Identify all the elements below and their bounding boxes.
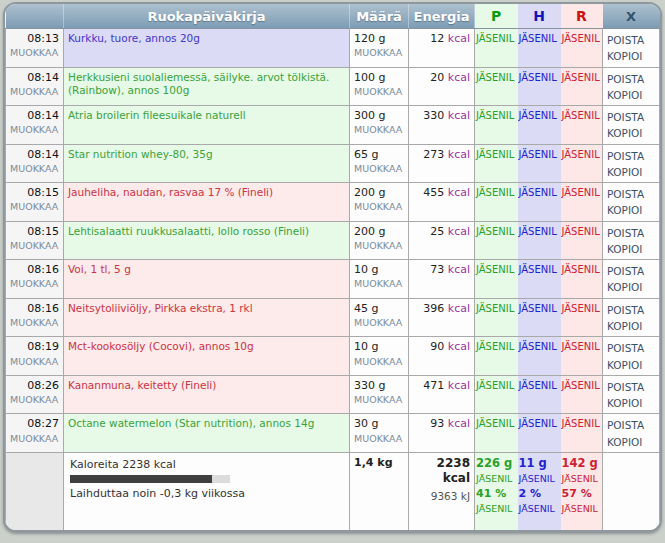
fat-member-link[interactable]: JÄSENIL	[561, 375, 603, 414]
food-name-link[interactable]: Herkkusieni suolaliemessä, säilyke. arvo…	[64, 67, 350, 106]
edit-amount-link[interactable]: MUOKKAA	[354, 356, 404, 368]
edit-amount-link[interactable]: MUOKKAA	[354, 317, 404, 329]
carb-member-link[interactable]: JÄSENIL	[518, 144, 561, 183]
protein-member-link[interactable]: JÄSENIL	[476, 473, 517, 485]
fat-member-link[interactable]: JÄSENIL	[561, 144, 603, 183]
protein-member-link[interactable]: JÄSENIL	[475, 414, 518, 453]
fat-member-link[interactable]: JÄSENIL	[562, 503, 602, 515]
edit-amount-link[interactable]: MUOKKAA	[354, 201, 404, 213]
amount-cell: 10 g MUOKKAA	[350, 260, 409, 299]
protein-member-link[interactable]: JÄSENIL	[475, 375, 518, 414]
food-name-link[interactable]: Octane watermelon (Star nutrition), anno…	[64, 414, 350, 453]
edit-amount-link[interactable]: MUOKKAA	[354, 47, 404, 59]
carb-member-link[interactable]: JÄSENIL	[518, 67, 561, 106]
table-row: 08:26 MUOKKAA Kananmuna, keitetty (Finel…	[6, 375, 660, 414]
fat-member-link[interactable]: JÄSENIL	[561, 67, 603, 106]
food-name-link[interactable]: Neitsytoliiviöljy, Pirkka ekstra, 1 rkl	[64, 298, 350, 337]
food-name-link[interactable]: Star nutrition whey-80, 35g	[64, 144, 350, 183]
fat-member-link[interactable]: JÄSENIL	[561, 183, 603, 222]
delete-entry-link[interactable]: POISTA	[607, 379, 655, 395]
delete-entry-link[interactable]: POISTA	[607, 186, 655, 202]
carb-member-link[interactable]: JÄSENIL	[518, 337, 561, 376]
copy-entry-link[interactable]: KOPIOI	[607, 48, 655, 64]
delete-entry-link[interactable]: POISTA	[607, 263, 655, 279]
protein-member-link[interactable]: JÄSENIL	[475, 29, 518, 68]
carb-member-link[interactable]: JÄSENIL	[518, 414, 561, 453]
delete-entry-link[interactable]: POISTA	[607, 302, 655, 318]
delete-entry-link[interactable]: POISTA	[607, 340, 655, 356]
carb-member-link[interactable]: JÄSENIL	[518, 106, 561, 145]
carb-member-link[interactable]: JÄSENIL	[518, 221, 561, 260]
edit-entry-link[interactable]: MUOKKAA	[10, 47, 59, 59]
energy-cell: 93 kcal	[409, 414, 475, 453]
protein-member-link[interactable]: JÄSENIL	[475, 144, 518, 183]
food-name-link[interactable]: Jauheliha, naudan, rasvaa 17 % (Fineli)	[64, 183, 350, 222]
edit-entry-link[interactable]: MUOKKAA	[10, 124, 59, 136]
delete-entry-link[interactable]: POISTA	[607, 109, 655, 125]
edit-amount-link[interactable]: MUOKKAA	[354, 278, 404, 290]
delete-entry-link[interactable]: POISTA	[607, 71, 655, 87]
protein-member-link[interactable]: JÄSENIL	[475, 67, 518, 106]
copy-entry-link[interactable]: KOPIOI	[607, 357, 655, 373]
edit-entry-link[interactable]: MUOKKAA	[10, 433, 59, 445]
protein-member-link[interactable]: JÄSENIL	[476, 503, 517, 515]
protein-member-link[interactable]: JÄSENIL	[475, 183, 518, 222]
edit-entry-link[interactable]: MUOKKAA	[10, 278, 59, 290]
food-name-link[interactable]: Atria broilerin fileesuikale naturell	[64, 106, 350, 145]
delete-entry-link[interactable]: POISTA	[607, 417, 655, 433]
copy-entry-link[interactable]: KOPIOI	[607, 164, 655, 180]
fat-member-link[interactable]: JÄSENIL	[561, 337, 603, 376]
edit-amount-link[interactable]: MUOKKAA	[354, 163, 404, 175]
delete-entry-link[interactable]: POISTA	[607, 225, 655, 241]
carb-member-link[interactable]: JÄSENIL	[518, 260, 561, 299]
energy-unit: kcal	[448, 302, 470, 315]
fat-member-link[interactable]: JÄSENIL	[561, 260, 603, 299]
edit-entry-link[interactable]: MUOKKAA	[10, 317, 59, 329]
delete-entry-link[interactable]: POISTA	[607, 32, 655, 48]
protein-member-link[interactable]: JÄSENIL	[475, 221, 518, 260]
edit-entry-link[interactable]: MUOKKAA	[10, 356, 59, 368]
fat-member-link[interactable]: JÄSENIL	[561, 106, 603, 145]
copy-entry-link[interactable]: KOPIOI	[607, 395, 655, 411]
copy-entry-link[interactable]: KOPIOI	[607, 279, 655, 295]
edit-entry-link[interactable]: MUOKKAA	[10, 240, 59, 252]
edit-amount-link[interactable]: MUOKKAA	[354, 240, 404, 252]
copy-entry-link[interactable]: KOPIOI	[607, 318, 655, 334]
food-name-link[interactable]: Lehtisalaatti ruukkusalaatti, lollo ross…	[64, 221, 350, 260]
food-name-link[interactable]: Mct-kookosöljy (Cocovi), annos 10g	[64, 337, 350, 376]
carb-member-link[interactable]: JÄSENIL	[518, 375, 561, 414]
copy-entry-link[interactable]: KOPIOI	[607, 87, 655, 103]
edit-amount-link[interactable]: MUOKKAA	[354, 124, 404, 136]
carb-member-link[interactable]: JÄSENIL	[518, 183, 561, 222]
carb-member-link[interactable]: JÄSENIL	[518, 29, 561, 68]
copy-entry-link[interactable]: KOPIOI	[607, 434, 655, 450]
carb-member-link[interactable]: JÄSENIL	[519, 473, 560, 485]
copy-entry-link[interactable]: KOPIOI	[607, 241, 655, 257]
edit-entry-link[interactable]: MUOKKAA	[10, 201, 59, 213]
copy-entry-link[interactable]: KOPIOI	[607, 125, 655, 141]
fat-member-link[interactable]: JÄSENIL	[561, 298, 603, 337]
fat-member-link[interactable]: JÄSENIL	[562, 473, 602, 485]
close-button[interactable]: X	[603, 4, 660, 29]
edit-amount-link[interactable]: MUOKKAA	[354, 394, 404, 406]
protein-member-link[interactable]: JÄSENIL	[475, 106, 518, 145]
edit-amount-link[interactable]: MUOKKAA	[354, 433, 404, 445]
protein-member-link[interactable]: JÄSENIL	[475, 298, 518, 337]
food-name-link[interactable]: Kananmuna, keitetty (Fineli)	[64, 375, 350, 414]
food-name-link[interactable]: Voi, 1 tl, 5 g	[64, 260, 350, 299]
protein-member-link[interactable]: JÄSENIL	[475, 260, 518, 299]
protein-member-link[interactable]: JÄSENIL	[475, 337, 518, 376]
edit-entry-link[interactable]: MUOKKAA	[10, 163, 59, 175]
amount-cell: 65 g MUOKKAA	[350, 144, 409, 183]
carb-member-link[interactable]: JÄSENIL	[519, 503, 560, 515]
delete-entry-link[interactable]: POISTA	[607, 148, 655, 164]
fat-member-link[interactable]: JÄSENIL	[561, 29, 603, 68]
edit-amount-link[interactable]: MUOKKAA	[354, 86, 404, 98]
carb-member-link[interactable]: JÄSENIL	[518, 298, 561, 337]
fat-member-link[interactable]: JÄSENIL	[561, 221, 603, 260]
edit-entry-link[interactable]: MUOKKAA	[10, 86, 59, 98]
food-name-link[interactable]: Kurkku, tuore, annos 20g	[64, 29, 350, 68]
copy-entry-link[interactable]: KOPIOI	[607, 202, 655, 218]
fat-member-link[interactable]: JÄSENIL	[561, 414, 603, 453]
edit-entry-link[interactable]: MUOKKAA	[10, 394, 59, 406]
